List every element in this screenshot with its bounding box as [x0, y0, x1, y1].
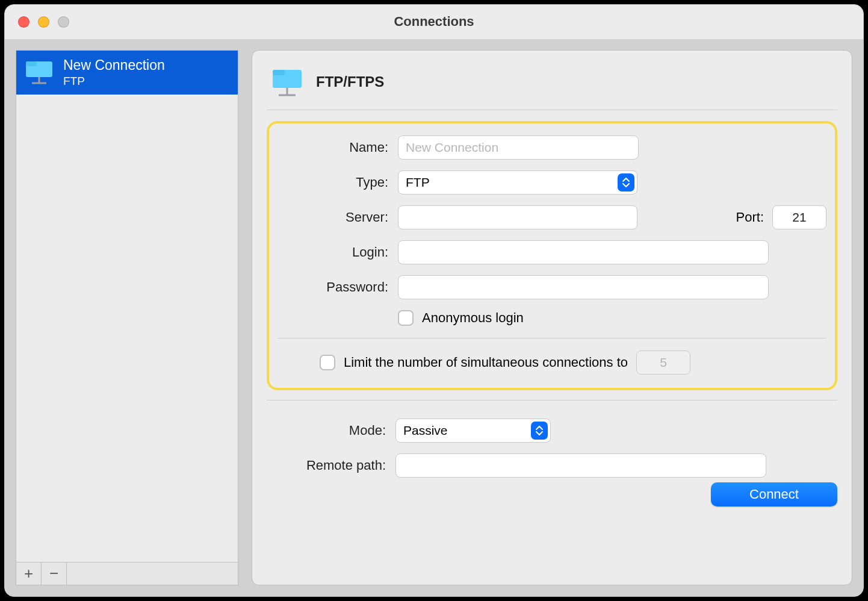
mode-select[interactable]: Passive	[395, 419, 551, 443]
network-folder-icon	[269, 65, 305, 99]
mode-row: Mode: Passive	[275, 419, 829, 443]
port-label: Port:	[736, 210, 772, 225]
svg-rect-1	[26, 61, 37, 66]
mode-label: Mode:	[275, 423, 395, 438]
anonymous-label: Anonymous login	[422, 310, 524, 326]
type-value: FTP	[406, 175, 430, 190]
connections-window: Connections New Connection	[4, 4, 864, 597]
limit-checkbox[interactable]	[320, 355, 335, 370]
anonymous-checkbox[interactable]	[398, 310, 414, 326]
window-controls	[18, 16, 69, 28]
connect-row: Connect	[267, 482, 837, 506]
connections-list: New Connection FTP	[16, 51, 238, 562]
password-row: Password:	[277, 275, 826, 299]
server-input[interactable]	[398, 205, 637, 229]
panel-header: FTP/FTPS	[267, 61, 837, 110]
remote-path-row: Remote path:	[275, 453, 829, 478]
connect-button[interactable]: Connect	[711, 482, 837, 506]
connection-title: New Connection	[63, 57, 165, 74]
window-body: New Connection FTP + −	[5, 39, 863, 596]
remote-path-input[interactable]	[395, 453, 766, 478]
limit-input[interactable]	[636, 350, 690, 375]
connection-subtitle: FTP	[63, 74, 165, 89]
name-row: Name:	[277, 135, 826, 160]
connection-settings-panel: FTP/FTPS Name: Type: FTP	[252, 50, 852, 585]
type-row: Type: FTP	[277, 170, 826, 195]
server-label: Server:	[277, 210, 398, 225]
remove-connection-button[interactable]: −	[42, 562, 67, 585]
minus-icon: −	[49, 564, 58, 583]
connection-list-item-text: New Connection FTP	[63, 57, 165, 89]
sidebar-footer: + −	[16, 562, 238, 585]
password-input[interactable]	[398, 275, 769, 299]
login-row: Login:	[277, 240, 826, 264]
chevron-up-down-icon	[618, 173, 634, 192]
name-label: Name:	[277, 140, 398, 155]
port-input[interactable]	[772, 205, 826, 229]
divider	[277, 338, 826, 338]
limit-label: Limit the number of simultaneous connect…	[344, 355, 628, 370]
window-title: Connections	[5, 14, 863, 30]
titlebar: Connections	[5, 5, 863, 39]
connections-sidebar: New Connection FTP + −	[16, 50, 238, 585]
name-input[interactable]	[398, 135, 639, 160]
network-folder-icon	[23, 58, 55, 87]
connection-list-item[interactable]: New Connection FTP	[16, 51, 238, 95]
login-input[interactable]	[398, 240, 769, 264]
login-label: Login:	[277, 244, 398, 260]
svg-rect-5	[273, 70, 285, 75]
plus-icon: +	[24, 564, 33, 583]
panel-title: FTP/FTPS	[316, 73, 384, 90]
connect-button-label: Connect	[749, 487, 799, 502]
mode-value: Passive	[403, 423, 448, 438]
zoom-window-button[interactable]	[58, 16, 69, 28]
password-label: Password:	[277, 279, 398, 295]
server-row: Server: Port:	[277, 205, 826, 229]
remote-path-label: Remote path:	[275, 458, 395, 473]
type-select[interactable]: FTP	[398, 170, 637, 195]
minimize-window-button[interactable]	[38, 16, 49, 28]
close-window-button[interactable]	[18, 16, 29, 28]
chevron-up-down-icon	[531, 422, 548, 440]
add-connection-button[interactable]: +	[16, 562, 42, 585]
limit-row: Limit the number of simultaneous connect…	[277, 350, 826, 375]
additional-settings: Mode: Passive Remote path:	[267, 400, 837, 478]
anonymous-row: Anonymous login	[277, 310, 826, 326]
type-label: Type:	[277, 175, 398, 190]
connection-form-highlight: Name: Type: FTP Server:	[267, 121, 837, 390]
